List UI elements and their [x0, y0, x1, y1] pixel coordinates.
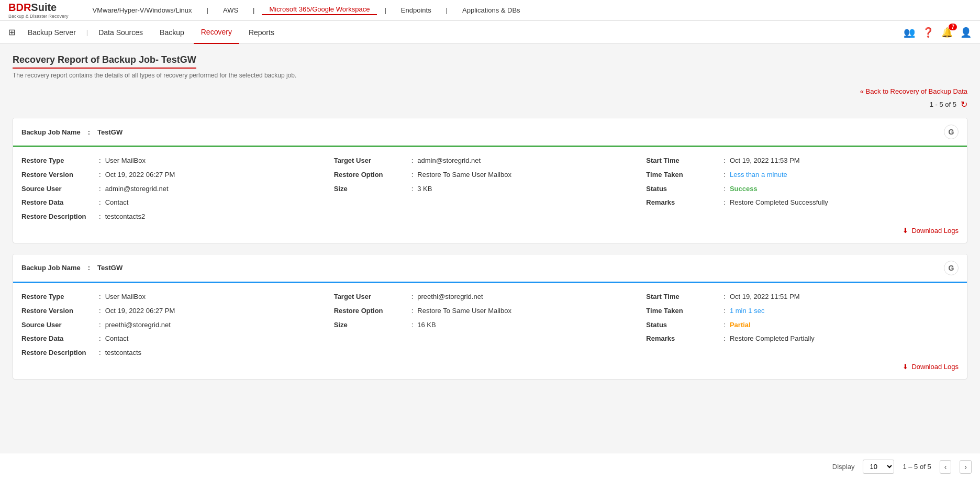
nav-endpoints[interactable]: Endpoints — [394, 6, 439, 14]
field-restore-option-1: Restore Option : Restore To Same User Ma… — [334, 170, 647, 181]
grid-icon: ⊞ — [8, 27, 15, 37]
field-restore-desc-1: Restore Description : testcontacts2 — [21, 211, 334, 222]
sep-1: | — [199, 6, 216, 14]
logo-suite: Suite — [31, 2, 57, 13]
second-navigation: ⊞ Backup Server | Data Sources Backup Re… — [0, 21, 980, 44]
download-icon-2: ⬇ — [903, 363, 908, 371]
field-restore-version-2: Restore Version : Oct 19, 2022 06:27 PM — [21, 306, 334, 317]
field-time-taken-2: Time Taken : 1 min 1 sec — [646, 306, 959, 317]
nav-recovery[interactable]: Recovery — [194, 21, 239, 44]
help-icon[interactable]: ❓ — [922, 27, 934, 38]
second-nav-left: ⊞ Backup Server | Data Sources Backup Re… — [8, 21, 282, 44]
field-restore-option-2: Restore Option : Restore To Same User Ma… — [334, 306, 647, 317]
fields-grid-1: Restore Type : User MailBox Restore Vers… — [21, 155, 959, 222]
top-navigation: BDRSuite Backup & Disaster Recovery VMwa… — [0, 0, 980, 21]
logo-subtitle: Backup & Disaster Recovery — [8, 14, 69, 19]
nav-reports[interactable]: Reports — [241, 21, 282, 44]
page-subtitle: The recovery report contains the details… — [13, 72, 967, 79]
page-title: Recovery Report of Backup Job- TestGW — [13, 54, 196, 69]
field-start-time-1: Start Time : Oct 19, 2022 11:53 PM — [646, 155, 959, 166]
user-account-icon[interactable]: 👤 — [960, 27, 972, 38]
logo-bdr: BDR — [8, 2, 31, 13]
field-status-2: Status : Partial — [646, 320, 959, 331]
card-header-1: Backup Job Name : TestGW G — [13, 118, 967, 147]
users-icon[interactable]: 👥 — [904, 27, 915, 38]
download-logs-row-1: ⬇ Download Logs — [21, 227, 959, 235]
field-col-3-1: Start Time : Oct 19, 2022 11:53 PM Time … — [646, 155, 959, 222]
card-body-1: Restore Type : User MailBox Restore Vers… — [13, 147, 967, 243]
notifications-icon[interactable]: 🔔 7 — [941, 27, 953, 38]
field-target-user-2: Target User : preethi@storegrid.net — [334, 292, 647, 303]
top-nav-links: VMware/Hyper-V/Windows/Linux | AWS | Mic… — [85, 5, 528, 15]
google-workspace-icon-1[interactable]: G — [944, 125, 959, 139]
record-card-2: Backup Job Name : TestGW G Restore Type … — [13, 254, 967, 379]
field-remarks-1: Remarks : Restore Completed Successfully — [646, 197, 959, 208]
notification-badge: 7 — [949, 24, 957, 30]
pagination-text: 1 - 5 of 5 — [930, 101, 956, 108]
job-name-label-1: Backup Job Name — [21, 128, 81, 136]
sep-2: | — [246, 6, 262, 14]
card-header-2: Backup Job Name : TestGW G — [13, 254, 967, 283]
nav-appsdbs[interactable]: Applications & DBs — [455, 6, 528, 14]
nav-sep-1: | — [85, 28, 89, 36]
display-label: Display — [832, 463, 855, 471]
record-card-1: Backup Job Name : TestGW G Restore Type … — [13, 118, 967, 243]
field-col-1-1: Restore Type : User MailBox Restore Vers… — [21, 155, 334, 222]
download-logs-row-2: ⬇ Download Logs — [21, 363, 959, 371]
prev-page-button[interactable]: ‹ — [940, 460, 952, 474]
field-status-1: Status : Success — [646, 184, 959, 195]
nav-backup-server[interactable]: Backup Server — [20, 21, 83, 44]
field-source-user-2: Source User : preethi@storegrid.net — [21, 320, 334, 331]
sep-3: | — [377, 6, 393, 14]
field-target-user-1: Target User : admin@storegrid.net — [334, 155, 647, 166]
field-size-1: Size : 3 KB — [334, 184, 647, 195]
google-workspace-icon-2[interactable]: G — [944, 261, 959, 275]
field-size-2: Size : 16 KB — [334, 320, 647, 331]
card-body-2: Restore Type : User MailBox Restore Vers… — [13, 283, 967, 379]
page-range: 1 – 5 of 5 — [903, 463, 931, 471]
nav-ms365[interactable]: Microsoft 365/Google Workspace — [262, 5, 377, 15]
field-time-taken-1: Time Taken : Less than a minute — [646, 170, 959, 181]
display-select[interactable]: 10 25 50 100 — [863, 460, 894, 474]
logo: BDRSuite Backup & Disaster Recovery — [8, 2, 69, 19]
job-name-value-1: TestGW — [97, 128, 122, 136]
job-name-value-2: TestGW — [97, 264, 122, 272]
main-content: Recovery Report of Backup Job- TestGW Th… — [0, 44, 980, 480]
nav-backup[interactable]: Backup — [152, 21, 192, 44]
field-restore-data-2: Restore Data : Contact — [21, 333, 334, 344]
field-source-user-1: Source User : admin@storegrid.net — [21, 184, 334, 195]
download-icon-1: ⬇ — [903, 227, 908, 235]
field-col-1-2: Restore Type : User MailBox Restore Vers… — [21, 292, 334, 359]
pagination-info: 1 - 5 of 5 ↻ — [13, 99, 967, 109]
field-restore-type-1: Restore Type : User MailBox — [21, 155, 334, 166]
download-logs-button-1[interactable]: ⬇ Download Logs — [903, 227, 959, 235]
field-restore-version-1: Restore Version : Oct 19, 2022 06:27 PM — [21, 170, 334, 181]
field-remarks-2: Remarks : Restore Completed Partially — [646, 333, 959, 344]
field-restore-data-1: Restore Data : Contact — [21, 197, 334, 208]
nav-aws[interactable]: AWS — [216, 6, 246, 14]
fields-grid-2: Restore Type : User MailBox Restore Vers… — [21, 292, 959, 359]
field-col-2-1: Target User : admin@storegrid.net Restor… — [334, 155, 647, 222]
field-col-2-2: Target User : preethi@storegrid.net Rest… — [334, 292, 647, 359]
field-start-time-2: Start Time : Oct 19, 2022 11:51 PM — [646, 292, 959, 303]
nav-vmware[interactable]: VMware/Hyper-V/Windows/Linux — [85, 6, 199, 14]
field-restore-desc-2: Restore Description : testcontacts — [21, 348, 334, 359]
download-logs-button-2[interactable]: ⬇ Download Logs — [903, 363, 959, 371]
second-nav-right: 👥 ❓ 🔔 7 👤 — [904, 27, 972, 38]
top-actions: « Back to Recovery of Backup Data — [13, 87, 967, 95]
job-name-label-2: Backup Job Name — [21, 264, 81, 272]
field-restore-type-2: Restore Type : User MailBox — [21, 292, 334, 303]
refresh-icon[interactable]: ↻ — [961, 99, 967, 109]
next-page-button[interactable]: › — [960, 460, 972, 474]
sep-4: | — [439, 6, 455, 14]
bottom-pagination: Display 10 25 50 100 1 – 5 of 5 ‹ › — [0, 453, 980, 480]
nav-data-sources[interactable]: Data Sources — [91, 21, 150, 44]
back-link[interactable]: « Back to Recovery of Backup Data — [860, 87, 967, 95]
field-col-3-2: Start Time : Oct 19, 2022 11:51 PM Time … — [646, 292, 959, 359]
